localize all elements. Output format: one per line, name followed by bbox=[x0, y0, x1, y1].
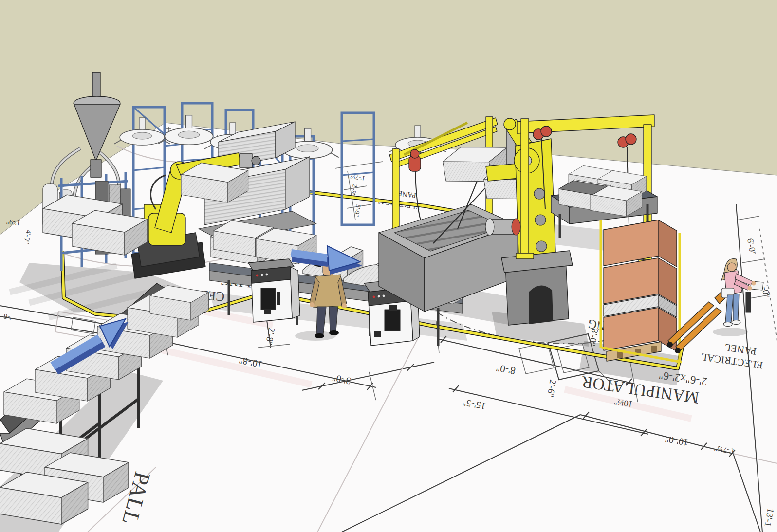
factory-3d-render: MANIPULATOR 2'-6"x2'-6" 10½" ELECTRICAL … bbox=[0, 0, 777, 532]
dim-left-c: '-6 bbox=[3, 312, 12, 321]
control-cabinet-1 bbox=[248, 259, 300, 322]
scene-canvas: MANIPULATOR 2'-6"x2'-6" 10½" ELECTRICAL … bbox=[0, 0, 777, 532]
